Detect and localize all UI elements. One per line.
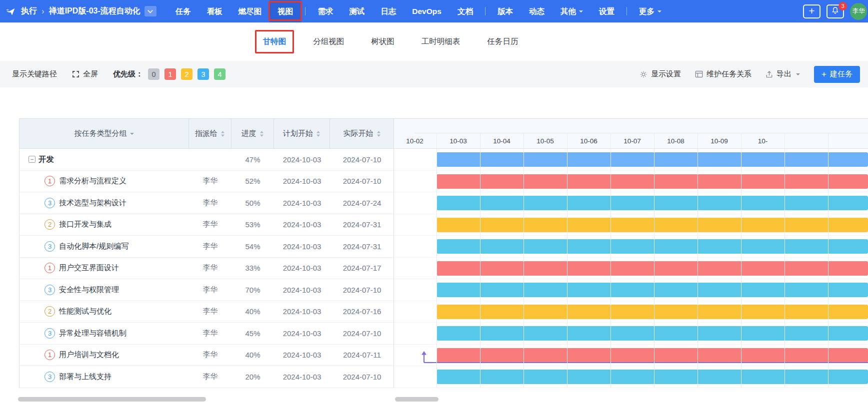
- group-column-label: 按任务类型分组: [74, 129, 127, 138]
- nav-item-设置[interactable]: 设置: [591, 0, 622, 22]
- table-horizontal-scrollbar[interactable]: [18, 397, 206, 402]
- priority-filter-group: 优先级： 01234: [113, 68, 226, 80]
- nav-item-日志[interactable]: 日志: [372, 0, 404, 22]
- nav-item-动态[interactable]: 动态: [521, 0, 552, 22]
- gantt-bar-task[interactable]: [436, 370, 868, 384]
- nav-item-任务[interactable]: 任务: [168, 0, 199, 22]
- task-name[interactable]: 技术选型与架构设计: [59, 198, 126, 208]
- create-task-button[interactable]: + 建任务: [814, 66, 860, 83]
- fullscreen-button[interactable]: 全屏: [72, 69, 98, 79]
- table-row[interactable]: 3异常处理与容错机制李华45%2024-10-032024-07-10: [20, 323, 394, 345]
- gantt-row: [394, 279, 868, 301]
- task-name[interactable]: 安全性与权限管理: [59, 285, 119, 295]
- gantt-row: [394, 236, 868, 258]
- gantt-bar-task[interactable]: [436, 174, 868, 189]
- sort-icon: [220, 130, 225, 137]
- nav-item-版本[interactable]: 版本: [490, 0, 521, 22]
- nav-item-视图[interactable]: 视图: [270, 0, 301, 22]
- priority-circle-1: 1: [44, 176, 55, 186]
- gantt-bar-task[interactable]: [436, 348, 868, 363]
- maintain-relations-button[interactable]: 维护任务关系: [695, 69, 752, 79]
- nav-item-文档[interactable]: 文档: [450, 0, 481, 22]
- nav-item-需求[interactable]: 需求: [310, 0, 341, 22]
- nav-item-测试[interactable]: 测试: [341, 0, 372, 22]
- task-name[interactable]: 用户交互界面设计: [59, 263, 119, 273]
- gantt-horizontal-scrollbar[interactable]: [395, 397, 438, 402]
- gantt-bar-task[interactable]: [436, 218, 868, 232]
- gantt-bar-task[interactable]: [436, 305, 868, 319]
- project-switcher-chevron-icon[interactable]: [144, 6, 156, 16]
- priority-badge-0[interactable]: 0: [148, 68, 160, 80]
- task-name[interactable]: 需求分析与流程定义: [59, 176, 126, 186]
- execution-rocket-icon[interactable]: [6, 6, 16, 16]
- tab-树状图[interactable]: 树状图: [358, 36, 408, 47]
- table-row[interactable]: 3部署与上线支持李华20%2024-10-032024-07-10: [20, 366, 394, 388]
- tab-分组视图[interactable]: 分组视图: [300, 36, 358, 47]
- gantt-row: [394, 301, 868, 323]
- task-name[interactable]: 部署与上线支持: [59, 372, 112, 382]
- priority-badge-2[interactable]: 2: [181, 68, 192, 80]
- table-row[interactable]: 2性能测试与优化李华40%2024-10-032024-07-16: [20, 301, 394, 323]
- dependency-arrow-icon: [420, 350, 432, 366]
- timeline-date-10-04: 10-04: [480, 133, 524, 149]
- priority-circle-1: 1: [44, 350, 55, 360]
- gantt-bar-task[interactable]: [436, 283, 868, 297]
- nav-item-其他[interactable]: 其他: [552, 0, 591, 22]
- task-name[interactable]: 性能测试与优化: [59, 307, 112, 316]
- gantt-toolbar: 显示关键路径 全屏 优先级： 01234 显示设置: [0, 61, 868, 87]
- actual-start-cell: 2024-07-10: [330, 171, 394, 192]
- table-row[interactable]: 2接口开发与集成李华53%2024-10-032024-07-31: [20, 214, 394, 236]
- nav-item-看板[interactable]: 看板: [199, 0, 230, 22]
- table-row[interactable]: 1用户交互界面设计李华33%2024-10-032024-07-17: [20, 258, 394, 280]
- tab-工时明细表[interactable]: 工时明细表: [408, 36, 474, 47]
- breadcrumb-section[interactable]: 执行: [21, 6, 37, 16]
- nav-item-燃尽图[interactable]: 燃尽图: [230, 0, 270, 22]
- task-name[interactable]: 接口开发与集成: [59, 220, 112, 229]
- nav-item-label: 动态: [529, 0, 544, 22]
- nav-item-更多[interactable]: 更多: [631, 0, 670, 22]
- timeline-date-10-03: 10-03: [436, 133, 480, 149]
- actual-start-cell: 2024-07-11: [330, 345, 394, 366]
- table-row[interactable]: 3技术选型与架构设计李华50%2024-10-032024-07-24: [20, 192, 394, 214]
- timeline-gridline: [567, 133, 568, 149]
- column-header-计划开始[interactable]: 计划开始: [274, 119, 330, 148]
- column-header-group-by[interactable]: 按任务类型分组: [20, 119, 189, 148]
- notifications-button[interactable]: 3: [826, 4, 844, 18]
- gantt-bar-task[interactable]: [436, 196, 868, 210]
- column-header-进度[interactable]: 进度: [232, 119, 274, 148]
- global-create-button[interactable]: +: [803, 4, 820, 18]
- priority-badge-1[interactable]: 1: [164, 68, 176, 80]
- tab-甘特图[interactable]: 甘特图: [250, 36, 300, 47]
- task-name[interactable]: 用户培训与文档化: [59, 350, 119, 360]
- gantt-bar-task[interactable]: [436, 239, 868, 254]
- column-header-实际开始[interactable]: 实际开始: [330, 119, 394, 148]
- collapse-toggle-icon[interactable]: −: [28, 156, 36, 163]
- table-row[interactable]: 1需求分析与流程定义李华52%2024-10-032024-07-10: [20, 171, 394, 193]
- table-row[interactable]: 3安全性与权限管理李华70%2024-10-032024-07-10: [20, 279, 394, 301]
- nav-item-DevOps[interactable]: DevOps: [404, 0, 450, 22]
- priority-badge-4[interactable]: 4: [214, 68, 226, 80]
- task-name[interactable]: 异常处理与容错机制: [59, 329, 126, 338]
- table-row[interactable]: 1用户培训与文档化李华40%2024-10-032024-07-11: [20, 345, 394, 367]
- gantt-bar-task[interactable]: [436, 326, 868, 341]
- display-settings-button[interactable]: 显示设置: [640, 69, 681, 79]
- progress-cell: 45%: [232, 323, 274, 344]
- assignee-cell: 李华: [189, 171, 232, 192]
- assignee-cell: 李华: [189, 214, 232, 236]
- gantt-bar-task[interactable]: [436, 261, 868, 276]
- table-row[interactable]: −开发47%2024-10-032024-07-10: [20, 149, 394, 171]
- task-relations-icon: [695, 70, 703, 78]
- tab-任务日历[interactable]: 任务日历: [474, 36, 532, 47]
- column-header-指派给[interactable]: 指派给: [189, 119, 232, 148]
- task-name[interactable]: 自动化脚本/规则编写: [59, 242, 128, 251]
- avatar[interactable]: 李华: [850, 3, 867, 20]
- sort-icon: [376, 130, 381, 137]
- export-button[interactable]: 导出: [766, 69, 800, 79]
- gantt-bar-group[interactable]: [436, 152, 868, 167]
- priority-badge-3[interactable]: 3: [198, 68, 209, 80]
- show-critical-path-toggle[interactable]: 显示关键路径: [12, 69, 57, 79]
- column-header-label: 计划开始: [283, 129, 313, 138]
- toolbar-right: 显示设置 维护任务关系 导出 + 建任务: [640, 66, 860, 83]
- table-row[interactable]: 3自动化脚本/规则编写李华54%2024-10-032024-07-31: [20, 236, 394, 258]
- breadcrumb-project[interactable]: 禅道IPD版-03-流程自动化: [49, 6, 140, 16]
